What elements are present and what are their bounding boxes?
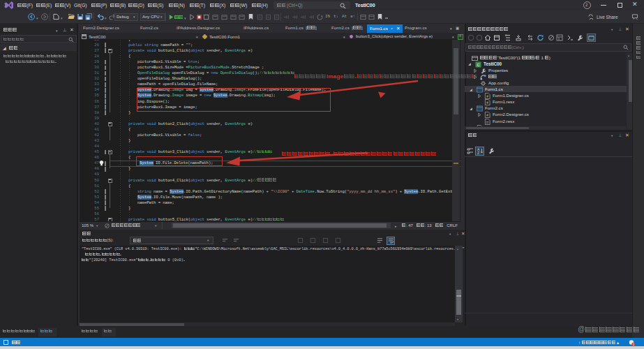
svg-text:#: # [486, 95, 488, 98]
svg-text:#: # [486, 114, 488, 118]
svg-text:#: # [486, 101, 488, 105]
svg-text:Z: Z [477, 151, 479, 154]
svg-text:C: C [477, 62, 480, 66]
